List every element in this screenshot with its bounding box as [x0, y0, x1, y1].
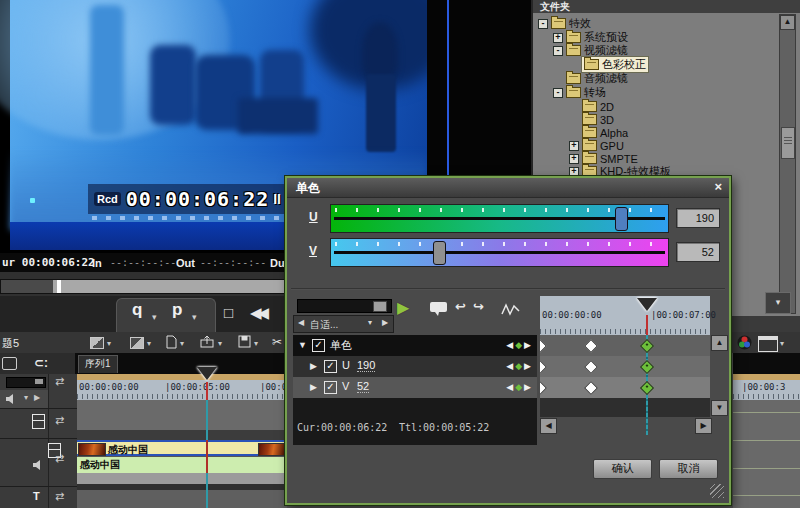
video-track-icon[interactable]: [32, 414, 45, 429]
kf-scroll-left-icon[interactable]: ◀: [540, 418, 557, 434]
mixer-icon[interactable]: [90, 337, 104, 349]
row-value[interactable]: 190: [357, 359, 375, 372]
v-slider[interactable]: [330, 238, 669, 267]
track-height-slider-thumb[interactable]: [35, 379, 43, 384]
row-expand-icon[interactable]: ▼: [298, 340, 307, 350]
empty-video-track[interactable]: [77, 400, 287, 430]
row-checkbox[interactable]: ✓: [312, 339, 325, 352]
timeline-ruler-right[interactable]: |00:00:3: [733, 380, 800, 400]
keyframe-diamond-active[interactable]: [640, 360, 654, 374]
kf-lane-v[interactable]: [540, 377, 710, 399]
tree-item-3d[interactable]: 3D: [569, 113, 614, 126]
v-value-field[interactable]: 52: [676, 242, 720, 262]
opacity-dropdown-icon[interactable]: ▾: [147, 339, 151, 348]
timeline-playhead[interactable]: [197, 367, 217, 380]
kf-play-icon[interactable]: ▶: [397, 298, 409, 317]
scrollbar-thumb[interactable]: [781, 127, 795, 159]
row-expand-icon[interactable]: ▶: [310, 382, 317, 392]
scroll-up-icon[interactable]: ▲: [780, 15, 795, 30]
cut-icon[interactable]: ✂: [272, 335, 282, 349]
next-keyframe-icon[interactable]: ▶: [524, 382, 533, 392]
audio-clip[interactable]: 感动中国: [77, 457, 287, 473]
next-keyframe-icon[interactable]: ▶: [524, 361, 533, 371]
scrubber-position-marker[interactable]: [57, 280, 61, 293]
rewind-button[interactable]: ◀◀: [250, 304, 265, 322]
bin-scrollbar[interactable]: ▲: [779, 14, 796, 314]
row-checkbox[interactable]: ✓: [324, 360, 337, 373]
add-keyframe-icon[interactable]: ◆: [515, 340, 524, 350]
keyframe-diamond[interactable]: [540, 381, 547, 395]
kf-zoom-thumb[interactable]: [373, 301, 387, 312]
dialog-titlebar[interactable]: 单色 ×: [287, 178, 729, 198]
export-dropdown-icon[interactable]: ▾: [218, 339, 222, 348]
snap-magnet-icon[interactable]: ⊂:: [34, 356, 48, 370]
mode-icon[interactable]: [2, 357, 17, 370]
kf-lane-monochrome[interactable]: [540, 335, 710, 357]
color-wheel-icon[interactable]: [737, 335, 752, 350]
collapse-icon[interactable]: -: [553, 88, 563, 98]
set-out-button[interactable]: p: [172, 300, 182, 320]
monitor-expand-icon[interactable]: ▶: [34, 393, 40, 402]
keyframe-diamond[interactable]: [540, 360, 547, 374]
row-value[interactable]: 52: [357, 380, 369, 393]
bin-scroll-down-button[interactable]: ▾: [765, 292, 791, 314]
keyframe-diamond-active[interactable]: [640, 381, 654, 395]
title-track[interactable]: [77, 490, 287, 508]
resize-grip[interactable]: [710, 484, 724, 498]
tree-item-transitions[interactable]: - 转场: [553, 86, 606, 99]
expand-icon[interactable]: +: [569, 154, 579, 164]
collapse-icon[interactable]: -: [553, 46, 563, 56]
monitor-dropdown-icon[interactable]: ▾: [24, 393, 28, 402]
prev-keyframe-icon[interactable]: ◀: [506, 361, 515, 371]
add-keyframe-icon[interactable]: ◆: [515, 382, 524, 392]
dropdown-left-icon[interactable]: ◀: [298, 318, 304, 327]
dropdown-open-icon[interactable]: ▾: [368, 318, 372, 327]
undo-icon[interactable]: ↩: [455, 299, 466, 314]
save-dropdown-icon[interactable]: ▾: [254, 339, 258, 348]
timeline-ruler[interactable]: 00:00:00:00 |00:00:05:00 |00:00:1: [77, 380, 287, 400]
tree-item-gpu[interactable]: + GPU: [569, 139, 624, 152]
kf-lane-u[interactable]: [540, 356, 710, 378]
speaker-icon[interactable]: [5, 393, 17, 405]
curve-editor-icon[interactable]: [501, 302, 521, 316]
sync-icon[interactable]: ⇄: [55, 490, 64, 503]
cancel-button[interactable]: 取消: [659, 459, 718, 479]
sync-icon[interactable]: ⇄: [55, 452, 64, 465]
tab-sequence-1[interactable]: 序列1: [78, 355, 118, 373]
collapse-icon[interactable]: -: [538, 19, 548, 29]
opacity-icon[interactable]: [130, 337, 144, 349]
tree-item-video-filters[interactable]: - 视频滤镜: [553, 44, 628, 57]
tree-item-effects[interactable]: - 特效: [538, 17, 591, 30]
prev-keyframe-icon[interactable]: ◀: [506, 340, 515, 350]
add-keyframe-icon[interactable]: ◆: [515, 361, 524, 371]
expand-icon[interactable]: +: [569, 167, 579, 177]
tree-item-color-correction[interactable]: 色彩校正: [569, 58, 648, 71]
keyframe-diamond[interactable]: [584, 360, 598, 374]
mixer-dropdown-icon[interactable]: ▾: [107, 339, 111, 348]
prev-keyframe-icon[interactable]: ◀: [506, 382, 515, 392]
u-slider-handle[interactable]: [615, 207, 628, 231]
kf-zoom-slider[interactable]: [297, 299, 392, 313]
dropdown-right-icon[interactable]: ▶: [382, 318, 388, 327]
sync-icon[interactable]: ⇄: [55, 414, 64, 427]
kf-playhead[interactable]: [637, 298, 657, 311]
audio-sub-track[interactable]: [77, 473, 287, 484]
close-icon[interactable]: ×: [714, 179, 722, 194]
kf-scroll-right-icon[interactable]: ▶: [695, 418, 712, 434]
set-in-button[interactable]: q: [132, 300, 142, 320]
next-keyframe-icon[interactable]: ▶: [524, 340, 533, 350]
kf-nav-buttons[interactable]: ◀◆▶: [506, 340, 533, 350]
new-sequence-dropdown-icon[interactable]: ▾: [180, 339, 184, 348]
kf-row-monochrome[interactable]: ▼ ✓ 单色 ◀◆▶: [293, 335, 537, 357]
kf-row-v[interactable]: ▶ ✓ V 52 ◀◆▶: [293, 377, 537, 399]
tree-item-alpha[interactable]: Alpha: [569, 126, 628, 139]
keyframe-diamond[interactable]: [584, 381, 598, 395]
video-clip[interactable]: 感动中国: [77, 440, 287, 456]
row-checkbox[interactable]: ✓: [324, 381, 337, 394]
kf-scroll-down-icon[interactable]: ▼: [711, 400, 728, 416]
sync-icon[interactable]: ⇄: [55, 375, 64, 388]
audio-track-speaker-icon[interactable]: [32, 459, 44, 471]
expand-icon[interactable]: +: [553, 33, 563, 43]
v-slider-handle[interactable]: [433, 241, 446, 265]
kf-row-u[interactable]: ▶ ✓ U 190 ◀◆▶: [293, 356, 537, 378]
